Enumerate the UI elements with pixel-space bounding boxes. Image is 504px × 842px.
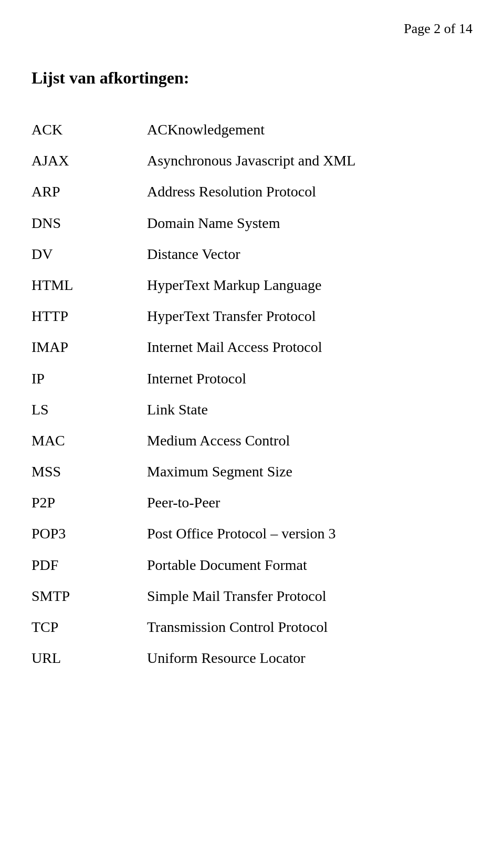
abbreviation-definition: Internet Mail Access Protocol bbox=[147, 331, 472, 362]
abbreviation-term: HTTP bbox=[32, 300, 147, 331]
abbreviation-term: P2P bbox=[32, 487, 147, 518]
abbreviation-definition: Asynchronous Javascript and XML bbox=[147, 145, 472, 176]
abbreviation-definition: Internet Protocol bbox=[147, 363, 472, 394]
page-number: Page 2 of 14 bbox=[32, 21, 472, 37]
abbreviation-term: LS bbox=[32, 394, 147, 425]
table-row: MACMedium Access Control bbox=[32, 425, 472, 456]
abbreviation-term: HTML bbox=[32, 269, 147, 300]
table-row: LSLink State bbox=[32, 394, 472, 425]
abbreviation-term: ARP bbox=[32, 176, 147, 207]
abbreviation-definition: Post Office Protocol – version 3 bbox=[147, 518, 472, 549]
table-row: HTMLHyperText Markup Language bbox=[32, 269, 472, 300]
abbreviation-definition: HyperText Markup Language bbox=[147, 269, 472, 300]
abbreviation-term: URL bbox=[32, 642, 147, 673]
abbreviation-definition: Uniform Resource Locator bbox=[147, 642, 472, 673]
abbreviation-term: DV bbox=[32, 238, 147, 269]
table-row: SMTPSimple Mail Transfer Protocol bbox=[32, 580, 472, 611]
table-row: P2PPeer-to-Peer bbox=[32, 487, 472, 518]
table-row: DNSDomain Name System bbox=[32, 207, 472, 238]
table-row: POP3Post Office Protocol – version 3 bbox=[32, 518, 472, 549]
abbreviation-definition: Peer-to-Peer bbox=[147, 487, 472, 518]
abbreviation-definition: Maximum Segment Size bbox=[147, 456, 472, 487]
abbreviation-term: IMAP bbox=[32, 331, 147, 362]
abbreviation-definition: Link State bbox=[147, 394, 472, 425]
abbreviation-definition: HyperText Transfer Protocol bbox=[147, 300, 472, 331]
abbreviation-definition: Medium Access Control bbox=[147, 425, 472, 456]
table-row: IPInternet Protocol bbox=[32, 363, 472, 394]
abbreviation-definition: Distance Vector bbox=[147, 238, 472, 269]
abbreviation-term: TCP bbox=[32, 611, 147, 642]
abbreviation-definition: Simple Mail Transfer Protocol bbox=[147, 580, 472, 611]
table-row: TCPTransmission Control Protocol bbox=[32, 611, 472, 642]
table-row: DVDistance Vector bbox=[32, 238, 472, 269]
table-row: PDFPortable Document Format bbox=[32, 549, 472, 580]
table-row: IMAPInternet Mail Access Protocol bbox=[32, 331, 472, 362]
table-row: ARPAddress Resolution Protocol bbox=[32, 176, 472, 207]
abbreviation-term: IP bbox=[32, 363, 147, 394]
abbreviation-term: DNS bbox=[32, 207, 147, 238]
abbreviation-term: SMTP bbox=[32, 580, 147, 611]
abbreviation-definition: Portable Document Format bbox=[147, 549, 472, 580]
abbreviation-term: MAC bbox=[32, 425, 147, 456]
abbreviation-definition: Address Resolution Protocol bbox=[147, 176, 472, 207]
abbreviation-definition: ACKnowledgement bbox=[147, 114, 472, 145]
table-row: HTTPHyperText Transfer Protocol bbox=[32, 300, 472, 331]
table-row: MSSMaximum Segment Size bbox=[32, 456, 472, 487]
page: Page 2 of 14 Lijst van afkortingen: ACKA… bbox=[0, 0, 504, 842]
page-title: Lijst van afkortingen: bbox=[32, 68, 472, 88]
abbreviation-term: AJAX bbox=[32, 145, 147, 176]
abbreviation-table: ACKACKnowledgementAJAXAsynchronous Javas… bbox=[32, 114, 472, 673]
abbreviation-definition: Transmission Control Protocol bbox=[147, 611, 472, 642]
abbreviation-term: ACK bbox=[32, 114, 147, 145]
table-row: AJAXAsynchronous Javascript and XML bbox=[32, 145, 472, 176]
abbreviation-term: MSS bbox=[32, 456, 147, 487]
abbreviation-term: PDF bbox=[32, 549, 147, 580]
table-row: ACKACKnowledgement bbox=[32, 114, 472, 145]
table-row: URLUniform Resource Locator bbox=[32, 642, 472, 673]
abbreviation-term: POP3 bbox=[32, 518, 147, 549]
abbreviation-definition: Domain Name System bbox=[147, 207, 472, 238]
